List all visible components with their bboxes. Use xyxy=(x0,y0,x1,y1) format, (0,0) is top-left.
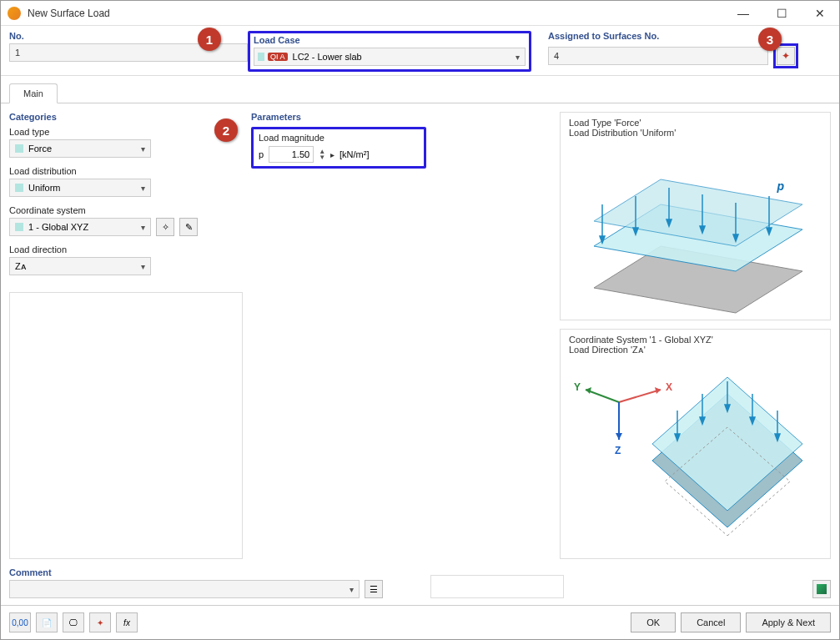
load-type-select[interactable]: Force ▾ xyxy=(9,139,151,158)
tab-strip: Main xyxy=(1,76,839,103)
window-buttons: — ☐ ✕ xyxy=(724,1,839,25)
col-parameters: Parameters Load magnitude p ▲▼ ▸ [kN/m²] xyxy=(251,112,551,559)
loadcase-label: Load Case xyxy=(254,35,526,45)
view-icon: 🖵 xyxy=(69,618,78,627)
cursor-pick-icon: ✦ xyxy=(782,50,790,62)
svg-marker-20 xyxy=(616,433,622,440)
chevron-down-icon: ▾ xyxy=(141,184,145,193)
parameters-heading: Parameters xyxy=(251,112,551,122)
ok-button[interactable]: OK xyxy=(631,612,676,632)
axis-x-label: X xyxy=(666,381,672,393)
load-dir-value: Zᴀ xyxy=(15,261,27,272)
window-title: New Surface Load xyxy=(28,8,724,19)
load-dist-value: Uniform xyxy=(28,183,61,193)
svg-marker-18 xyxy=(586,387,591,394)
axis-z-label: Z xyxy=(615,445,621,456)
callout-3: 3 xyxy=(758,28,782,51)
chevron-down-icon: ▾ xyxy=(141,262,145,271)
cancel-button[interactable]: Cancel xyxy=(681,612,741,632)
pick-surfaces-button[interactable]: ✦ xyxy=(777,47,795,65)
svg-line-17 xyxy=(586,390,619,402)
load-dist-select[interactable]: Uniform ▾ xyxy=(9,179,151,197)
info-line1: Load Type 'Force' xyxy=(569,118,822,128)
loadcase-category-chip: QI A xyxy=(268,53,288,61)
chevron-down-icon: ▾ xyxy=(516,53,520,62)
load-type-value: Force xyxy=(28,144,52,154)
magnitude-label: Load magnitude xyxy=(259,133,419,143)
tool-units-button[interactable]: 0,00 xyxy=(9,612,31,632)
magnitude-spinner[interactable]: ▲▼ xyxy=(319,149,325,160)
param-highlight: Load magnitude p ▲▼ ▸ [kN/m²] xyxy=(251,127,426,169)
magnitude-menu-caret[interactable]: ▸ xyxy=(330,150,334,159)
coord-color-chip xyxy=(15,223,23,231)
field-loadcase: Load Case QI A LC2 - Lower slab ▾ xyxy=(248,31,531,72)
dialog-window: New Surface Load — ☐ ✕ No. Load Case QI … xyxy=(0,0,840,640)
preview-settings-button[interactable] xyxy=(812,580,831,598)
detail-icon: 📄 xyxy=(42,618,52,627)
comment-blank-box xyxy=(430,575,564,598)
load-dir-select[interactable]: Zᴀ ▾ xyxy=(9,257,151,275)
units-icon: 0,00 xyxy=(12,618,28,627)
categories-blank xyxy=(9,292,243,559)
tool-view-button[interactable]: 🖵 xyxy=(63,612,84,632)
new-icon: ✧ xyxy=(162,222,169,233)
magnitude-input[interactable] xyxy=(269,146,314,163)
tool-pick-button[interactable]: ✦ xyxy=(89,612,111,632)
loadcase-highlight: Load Case QI A LC2 - Lower slab ▾ xyxy=(248,31,531,72)
fx-icon: fx xyxy=(123,618,130,627)
callout-1: 1 xyxy=(198,28,221,51)
color-swatch-icon xyxy=(817,584,827,594)
tool-fx-button[interactable]: fx xyxy=(116,612,138,632)
coord-select[interactable]: 1 - Global XYZ ▾ xyxy=(9,218,151,236)
comment-library-button[interactable]: ☰ xyxy=(365,580,383,598)
apply-next-button[interactable]: Apply & Next xyxy=(746,612,831,632)
edit-coord-button[interactable]: ✎ xyxy=(179,218,198,236)
magnitude-symbol: p xyxy=(259,149,264,159)
info-line2: Load Distribution 'Uniform' xyxy=(569,128,822,138)
chevron-down-icon: ▾ xyxy=(141,144,145,154)
library-icon: ☰ xyxy=(370,584,378,595)
comment-col: Comment ▾ ☰ xyxy=(9,567,422,598)
svg-marker-16 xyxy=(655,387,661,394)
coord-value: 1 - Global XYZ xyxy=(28,222,88,232)
preview-top: Load Type 'Force' Load Distribution 'Uni… xyxy=(560,112,831,320)
axis-y-label: Y xyxy=(574,381,581,393)
maximize-button[interactable]: ☐ xyxy=(762,1,801,25)
tool-detail-button[interactable]: 📄 xyxy=(36,612,58,632)
coord-diagram: X Y Z xyxy=(569,360,819,552)
footer: 0,00 📄 🖵 ✦ fx OK Cancel Apply & Next xyxy=(1,605,839,639)
col-categories: Categories Load type Force ▾ Load distri… xyxy=(9,112,243,559)
loadcase-value: LC2 - Lower slab xyxy=(293,52,362,62)
load-type-label: Load type xyxy=(9,127,243,137)
assigned-input[interactable] xyxy=(548,47,768,65)
uniform-load-diagram xyxy=(569,146,811,321)
preview-bottom: Coordinate System '1 - Global XYZ' Load … xyxy=(560,329,831,559)
load-type-color-chip xyxy=(15,144,23,153)
chevron-down-icon: ▾ xyxy=(141,223,145,232)
comment-row: Comment ▾ ☰ xyxy=(1,567,839,605)
col-preview: Load Type 'Force' Load Distribution 'Uni… xyxy=(560,112,831,559)
pick-icon: ✦ xyxy=(97,618,103,627)
new-coord-button[interactable]: ✧ xyxy=(156,218,174,236)
minimize-button[interactable]: — xyxy=(724,1,762,25)
svg-line-15 xyxy=(619,390,661,402)
titlebar: New Surface Load — ☐ ✕ xyxy=(1,1,839,26)
tab-main[interactable]: Main xyxy=(9,83,58,103)
load-dir-label: Load direction xyxy=(9,244,243,254)
load-dist-color-chip xyxy=(15,184,23,192)
close-button[interactable]: ✕ xyxy=(801,1,839,25)
loadcase-select[interactable]: QI A LC2 - Lower slab ▾ xyxy=(254,48,526,66)
comment-label: Comment xyxy=(9,567,422,577)
load-dist-label: Load distribution xyxy=(9,166,243,176)
comment-select[interactable]: ▾ xyxy=(9,580,360,598)
edit-icon: ✎ xyxy=(185,222,193,233)
coord-label: Coordinate system xyxy=(9,205,243,215)
top-fields: No. Load Case QI A LC2 - Lower slab ▾ As… xyxy=(1,26,839,76)
body: 2 Categories Load type Force ▾ Load dist… xyxy=(1,103,839,567)
categories-heading: Categories xyxy=(9,112,243,122)
loadcase-color-chip xyxy=(258,53,264,61)
chevron-down-icon: ▾ xyxy=(350,585,354,594)
callout-2: 2 xyxy=(214,118,238,142)
info-line4: Load Direction 'Zᴀ' xyxy=(569,345,822,355)
info-line3: Coordinate System '1 - Global XYZ' xyxy=(569,335,822,345)
